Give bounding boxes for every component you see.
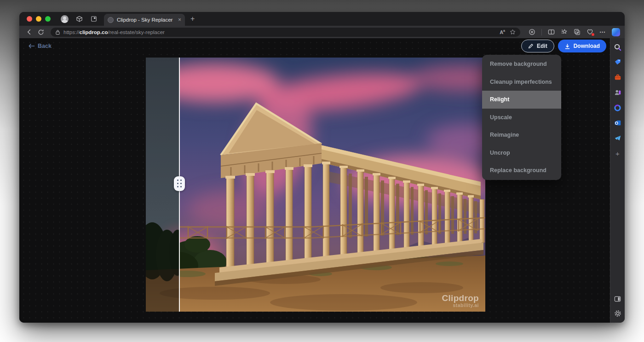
sidebar-people-icon[interactable]: [613, 88, 622, 97]
browser-essentials-icon[interactable]: [586, 29, 593, 35]
edit-dropdown-menu: Remove background Cleanup imperfections …: [482, 55, 561, 180]
extensions-icon[interactable]: [529, 29, 535, 35]
menu-item-remove-background[interactable]: Remove background: [482, 55, 561, 73]
comparison-slider-handle[interactable]: [174, 176, 185, 191]
edge-sidebar: +: [610, 38, 625, 323]
close-window-button[interactable]: [27, 16, 32, 22]
sidebar-add-icon[interactable]: +: [613, 149, 622, 158]
collections-icon[interactable]: [574, 29, 581, 35]
menu-item-cleanup-imperfections[interactable]: Cleanup imperfections: [482, 73, 561, 91]
temple-photo: [146, 58, 485, 312]
toolbar-icon-cluster: ⋯: [529, 29, 605, 35]
refresh-icon[interactable]: [36, 28, 46, 37]
sidebar-outlook-icon[interactable]: [613, 118, 622, 128]
sidebar-toggle-icon[interactable]: [613, 294, 622, 303]
browser-toolbar: https://clipdrop.co/real-estate/sky-repl…: [19, 26, 625, 38]
sidebar-games-icon[interactable]: [613, 103, 622, 112]
split-screen-icon[interactable]: [548, 29, 555, 35]
menu-item-uncrop[interactable]: Uncrop: [482, 144, 561, 162]
avatar-icon: [61, 15, 69, 23]
watermark: Clipdrop stability.ai: [442, 294, 479, 308]
tab-title: Clipdrop - Sky Replacer: [117, 17, 175, 23]
back-button[interactable]: Back: [29, 43, 52, 49]
download-icon: [564, 43, 570, 49]
edit-button[interactable]: Edit: [521, 40, 554, 52]
favorites-list-icon[interactable]: [561, 29, 568, 35]
back-arrow-icon: [29, 43, 35, 49]
clipdrop-page: Back Edit Download: [19, 38, 610, 323]
watermark-sub: stability.ai: [442, 303, 479, 308]
url-text: https://clipdrop.co/real-estate/sky-repl…: [63, 29, 165, 35]
workspaces-icon[interactable]: [75, 15, 83, 23]
tab-clipdrop[interactable]: Clipdrop - Sky Replacer ×: [104, 14, 185, 26]
menu-item-upscale[interactable]: Upscale: [482, 109, 561, 127]
lock-icon: [55, 29, 60, 35]
sky-replacer-image: Clipdrop stability.ai: [146, 58, 485, 312]
new-tab-button[interactable]: +: [190, 15, 195, 23]
profile-avatar[interactable]: [60, 15, 69, 23]
copilot-icon[interactable]: [612, 28, 620, 36]
tab-favicon: [108, 17, 114, 23]
back-nav-icon[interactable]: [24, 28, 34, 37]
sidebar-search-icon[interactable]: [613, 42, 622, 52]
menu-item-replace-background[interactable]: Replace background: [482, 162, 561, 180]
traffic-lights: [27, 16, 51, 22]
sidebar-settings-icon[interactable]: [613, 309, 622, 318]
menu-item-reimagine[interactable]: Reimagine: [482, 126, 561, 144]
sidebar-tools-icon[interactable]: [613, 73, 622, 82]
favorite-star-icon[interactable]: [510, 29, 516, 35]
sidebar-drop-icon[interactable]: [613, 133, 622, 143]
tab-bar: Clipdrop - Sky Replacer × +: [19, 12, 625, 26]
pencil-icon: [528, 43, 534, 49]
menu-item-relight[interactable]: Relight: [482, 91, 561, 109]
sidebar-shopping-icon[interactable]: [613, 58, 622, 67]
close-tab-icon[interactable]: ×: [178, 17, 181, 23]
minimize-window-button[interactable]: [36, 16, 41, 22]
download-button[interactable]: Download: [558, 40, 606, 52]
tab-actions-icon[interactable]: [90, 15, 98, 23]
read-aloud-icon[interactable]: Aa: [500, 29, 505, 35]
more-menu-icon[interactable]: ⋯: [599, 29, 605, 35]
address-bar[interactable]: https://clipdrop.co/real-estate/sky-repl…: [51, 28, 520, 37]
watermark-brand: Clipdrop: [442, 294, 479, 303]
back-label: Back: [38, 43, 52, 49]
toolbar-divider: [541, 29, 542, 35]
zoom-window-button[interactable]: [45, 16, 51, 22]
browser-window: Clipdrop - Sky Replacer × + https://clip…: [19, 12, 625, 323]
essentials-badge: [592, 33, 594, 36]
